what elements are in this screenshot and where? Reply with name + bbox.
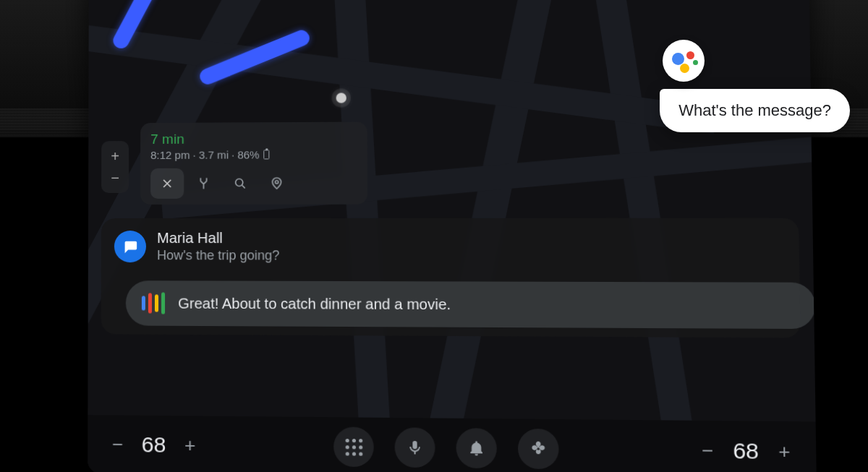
zoom-control: + − bbox=[101, 141, 129, 193]
svg-point-0 bbox=[236, 179, 243, 186]
message-preview: How's the trip going? bbox=[157, 248, 279, 263]
eta-battery: 86% bbox=[237, 148, 259, 160]
close-navigation-button[interactable] bbox=[150, 168, 184, 199]
place-pin-icon bbox=[269, 176, 284, 190]
apps-launcher-button[interactable] bbox=[333, 426, 374, 467]
climate-left-temp[interactable]: 68 bbox=[142, 432, 166, 458]
close-icon bbox=[160, 176, 174, 191]
microphone-icon bbox=[406, 439, 424, 457]
incoming-message-card[interactable]: Maria Hall How's the trip going? Great! … bbox=[101, 218, 801, 338]
navigation-eta-card[interactable]: 7 min 8:12 pm · 3.7 mi · 86% bbox=[140, 122, 367, 205]
climate-left-decrease[interactable]: − bbox=[106, 434, 128, 456]
fan-icon bbox=[529, 439, 548, 458]
eta-details: 8:12 pm · 3.7 mi · 86% bbox=[150, 148, 357, 161]
climate-right: − 68 + bbox=[696, 438, 796, 465]
voice-assistant-button[interactable] bbox=[394, 427, 435, 468]
zoom-in-button[interactable]: + bbox=[104, 145, 126, 167]
climate-right-decrease[interactable]: − bbox=[696, 439, 719, 463]
assistant-listening-icon bbox=[142, 293, 165, 313]
assistant-reply-pill[interactable]: Great! About to catch dinner and a movie… bbox=[126, 280, 816, 329]
eta-distance: 3.7 mi bbox=[199, 149, 229, 161]
notifications-button[interactable] bbox=[456, 428, 497, 468]
zoom-out-button[interactable]: − bbox=[104, 167, 126, 189]
notifications-icon bbox=[467, 439, 485, 458]
location-puck bbox=[336, 93, 346, 103]
alt-routes-button[interactable] bbox=[187, 168, 220, 199]
bottom-system-bar: − 68 + − 68 + bbox=[88, 415, 817, 472]
assistant-overlay: What's the message? bbox=[660, 40, 850, 132]
climate-right-temp[interactable]: 68 bbox=[733, 438, 759, 464]
assistant-prompt-bubble: What's the message? bbox=[660, 89, 850, 132]
messages-app-icon bbox=[114, 231, 146, 262]
map-road bbox=[417, 0, 585, 421]
climate-left: − 68 + bbox=[106, 432, 201, 458]
hvac-fan-button[interactable] bbox=[518, 429, 559, 469]
center-controls bbox=[333, 426, 559, 469]
alt-routes-icon bbox=[196, 176, 210, 191]
search-button[interactable] bbox=[224, 168, 258, 199]
google-assistant-icon[interactable] bbox=[663, 40, 705, 82]
message-sender: Maria Hall bbox=[157, 230, 279, 246]
eta-duration: 7 min bbox=[150, 131, 357, 147]
svg-point-1 bbox=[275, 181, 278, 184]
eta-arrival-time: 8:12 pm bbox=[150, 149, 190, 161]
apps-grid-icon bbox=[345, 438, 362, 455]
nav-actions-row bbox=[150, 168, 357, 199]
places-button[interactable] bbox=[260, 168, 294, 198]
climate-left-increase[interactable]: + bbox=[179, 434, 201, 457]
battery-icon bbox=[264, 150, 270, 159]
climate-right-increase[interactable]: + bbox=[773, 440, 796, 463]
reply-draft-text: Great! About to catch dinner and a movie… bbox=[178, 295, 451, 313]
search-icon bbox=[233, 176, 247, 191]
